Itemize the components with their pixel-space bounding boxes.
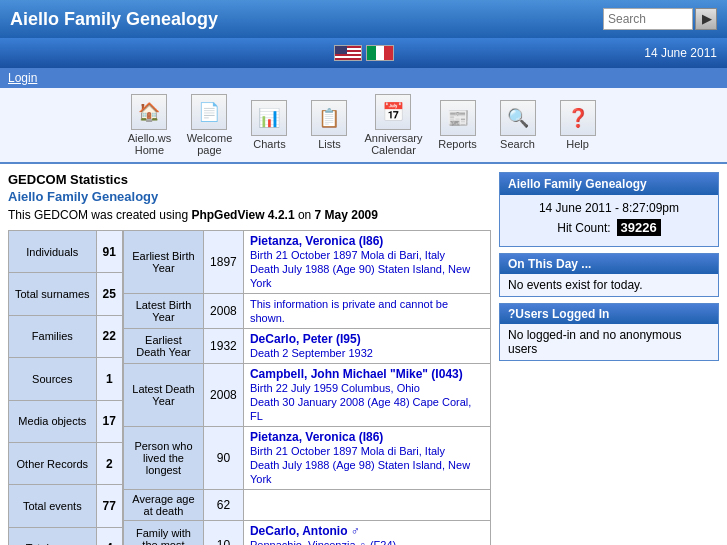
on-this-day-box: On This Day ... No events exist for toda… (499, 253, 719, 297)
person-name[interactable]: DeCarlo, Antonio ♂ (250, 524, 360, 538)
rec-person-cell: DeCarlo, Peter (I95)Death 2 September 19… (243, 329, 490, 364)
left-panel: GEDCOM Statistics Aiello Family Genealog… (8, 172, 491, 545)
rec-person-cell (243, 490, 490, 521)
right-info-box: Aiello Family Genealogy 14 June 2011 - 8… (499, 172, 719, 247)
stat-value: 4 (96, 527, 122, 545)
nav-bar: 🏠Aiello.wsHome📄Welcomepage📊Charts📋Lists📅… (0, 88, 727, 164)
hit-count-row: Hit Count: 39226 (508, 219, 710, 236)
rec-year-cell: 90 (203, 427, 243, 490)
rec-year-cell: 2008 (203, 364, 243, 427)
table-row: Earliest Birth Year1897Pietanza, Veronic… (123, 231, 490, 294)
table-row: Sources1 (9, 358, 123, 400)
person-detail1: This information is private and cannot b… (250, 298, 448, 324)
person-detail1: Death 2 September 1932 (250, 347, 373, 359)
rec-person-cell: Pietanza, Veronica (I86)Birth 21 October… (243, 231, 490, 294)
nav-label-welcome: Welcomepage (187, 132, 233, 156)
login-link[interactable]: Login (8, 71, 37, 85)
rec-year-cell: 1897 (203, 231, 243, 294)
table-row: Total events77 (9, 485, 123, 527)
stat-label: Total events (9, 485, 97, 527)
records-table: Earliest Birth Year1897Pietanza, Veronic… (123, 230, 491, 545)
table-row: Person who lived the longest90Pietanza, … (123, 427, 490, 490)
stats-table: Individuals91Total surnames25Families22S… (8, 230, 123, 545)
users-logged-in-box: ?Users Logged In No logged-in and no ano… (499, 303, 719, 361)
stat-label: Other Records (9, 442, 97, 484)
flag-us[interactable] (334, 45, 362, 61)
header: Aiello Family Genealogy ▶ (0, 0, 727, 38)
rec-label-cell: Person who lived the longest (123, 427, 203, 490)
nav-item-charts[interactable]: 📊Charts (244, 100, 294, 150)
on-this-day-header: On This Day ... (500, 254, 718, 274)
rec-person-cell: This information is private and cannot b… (243, 294, 490, 329)
search-icon: 🔍 (500, 100, 536, 136)
table-row: Earliest Death Year1932DeCarlo, Peter (I… (123, 329, 490, 364)
desc-software: PhpGedView 4.2.1 (191, 208, 294, 222)
flag-bar: 14 June 2011 (0, 38, 727, 68)
flag-it[interactable] (366, 45, 394, 61)
rec-person-cell: DeCarlo, Antonio ♂ Pennachio, Vincenzia … (243, 521, 490, 546)
charts-icon: 📊 (251, 100, 287, 136)
stat-value: 2 (96, 442, 122, 484)
nav-item-anniversary[interactable]: 📅AnniversaryCalendar (364, 94, 422, 156)
welcome-icon: 📄 (191, 94, 227, 130)
search-bar: ▶ (603, 8, 717, 30)
table-row: Latest Birth Year2008This information is… (123, 294, 490, 329)
stat-label: Families (9, 315, 97, 357)
table-row: Other Records2 (9, 442, 123, 484)
nav-item-welcome[interactable]: 📄Welcomepage (184, 94, 234, 156)
rec-year-cell: 10 (203, 521, 243, 546)
gedcom-title: GEDCOM Statistics (8, 172, 491, 187)
table-row: Individuals91 (9, 231, 123, 273)
nav-item-reports[interactable]: 📰Reports (433, 100, 483, 150)
stat-label: Media objects (9, 400, 97, 442)
rec-label-cell: Latest Death Year (123, 364, 203, 427)
stat-label: Sources (9, 358, 97, 400)
person-name[interactable]: Pietanza, Veronica (I86) (250, 234, 383, 248)
nav-label-help: Help (566, 138, 589, 150)
stat-value: 91 (96, 231, 122, 273)
stats-area: Individuals91Total surnames25Families22S… (8, 230, 491, 545)
nav-item-lists[interactable]: 📋Lists (304, 100, 354, 150)
rec-person-cell: Pietanza, Veronica (I86)Birth 21 October… (243, 427, 490, 490)
search-button[interactable]: ▶ (695, 8, 717, 30)
nav-item-help[interactable]: ❓Help (553, 100, 603, 150)
hit-count-label: Hit Count: (557, 221, 610, 235)
nav-label-charts: Charts (253, 138, 285, 150)
search-input[interactable] (603, 8, 693, 30)
gedcom-desc: This GEDCOM was created using PhpGedView… (8, 208, 491, 222)
table-row: Families22 (9, 315, 123, 357)
on-this-day-content: No events exist for today. (500, 274, 718, 296)
stat-label: Individuals (9, 231, 97, 273)
person-detail1: Birth 22 July 1959 Columbus, Ohio (250, 382, 420, 394)
rec-person-cell: Campbell, John Michael "Mike" (I043)Birt… (243, 364, 490, 427)
anniversary-icon: 📅 (375, 94, 411, 130)
stat-value: 25 (96, 273, 122, 315)
nav-item-search[interactable]: 🔍Search (493, 100, 543, 150)
person-detail1: Pennachio, Vincenzia ♀ (F24) (250, 539, 396, 545)
stat-label: Total users (9, 527, 97, 545)
table-row: Total users4 (9, 527, 123, 545)
help-icon: ❓ (560, 100, 596, 136)
person-name[interactable]: Pietanza, Veronica (I86) (250, 430, 383, 444)
datetime-display: 14 June 2011 - 8:27:09pm (508, 201, 710, 215)
stat-value: 77 (96, 485, 122, 527)
person-detail2: Death July 1988 (Age 98) Staten Island, … (250, 459, 470, 485)
nav-item-home[interactable]: 🏠Aiello.wsHome (124, 94, 174, 156)
table-row: Family with the most children10DeCarlo, … (123, 521, 490, 546)
person-name[interactable]: Campbell, John Michael "Mike" (I043) (250, 367, 463, 381)
rec-year-cell: 1932 (203, 329, 243, 364)
rec-year-cell: 2008 (203, 294, 243, 329)
stat-label: Total surnames (9, 273, 97, 315)
app-title: Aiello Family Genealogy (10, 9, 218, 30)
gedcom-subtitle: Aiello Family Genealogy (8, 189, 491, 204)
home-icon: 🏠 (131, 94, 167, 130)
users-logged-in-content: No logged-in and no anonymous users (500, 324, 718, 360)
rec-year-cell: 62 (203, 490, 243, 521)
table-row: Total surnames25 (9, 273, 123, 315)
main-content: GEDCOM Statistics Aiello Family Genealog… (0, 164, 727, 545)
nav-label-search: Search (500, 138, 535, 150)
nav-label-reports: Reports (438, 138, 477, 150)
reports-icon: 📰 (440, 100, 476, 136)
person-name[interactable]: DeCarlo, Peter (I95) (250, 332, 361, 346)
nav-label-lists: Lists (318, 138, 341, 150)
